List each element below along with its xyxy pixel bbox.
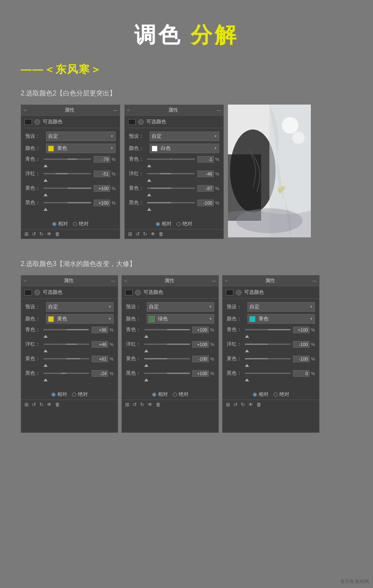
panel2-preset-dropdown[interactable]: 自定 ▼ — [150, 132, 219, 141]
title-part2: 分解 — [191, 23, 239, 47]
svg-point-7 — [282, 117, 298, 134]
panel1-cyan-row: 青色： -79 % — [25, 156, 116, 163]
panel1-icon-circle — [34, 119, 40, 125]
panel1-black-row: 黑色： +100 % — [25, 199, 116, 206]
panel2-color-swatch — [152, 146, 157, 151]
panels-row-2: ‹‹ 属性 — 可选颜色 预设： 自定 ▼ 颜色： — [17, 275, 356, 433]
panel1-body: 预设： 自定 ▼ 颜色： 黄色 ▼ — [21, 128, 120, 217]
panel1-black-track[interactable] — [44, 202, 91, 203]
panel1-radio-relative[interactable] — [52, 222, 56, 226]
panel1-icon-bar: 可选颜色 — [21, 116, 120, 128]
panel1-cyan-value[interactable]: -79 — [94, 156, 110, 163]
ps-panel-2: ‹‹ 属性 — 可选颜色 预设： 自定 ▼ 颜色： — [124, 105, 224, 239]
section1-label: 2.选取颜色2【白色分层更突出】 — [17, 89, 356, 98]
photo-panel — [228, 105, 311, 237]
subtitle-section: ——＜东风寒＞ — [17, 62, 356, 77]
panel2-body: 预设： 自定 ▼ 颜色： 白色 ▼ — [125, 128, 223, 217]
panel1-magenta-row: 洋红： -51 % — [25, 170, 116, 177]
panel2-icon-bar: 可选颜色 — [125, 116, 223, 128]
svg-point-8 — [292, 132, 305, 144]
panel1-title: 属性 — [65, 107, 75, 114]
panel1-bottom-bar: ⊞ ↺ ↻ 👁 🗑 — [21, 229, 120, 239]
panel2-icon-box — [128, 119, 136, 125]
panel1-preset-dropdown[interactable]: 自定 ▼ — [46, 132, 116, 141]
panel2-header: ‹‹ 属性 — — [125, 105, 223, 116]
ps-panel-3: ‹‹ 属性 — 可选颜色 预设： 自定 ▼ 颜色： — [21, 275, 118, 433]
panel1-magenta-track[interactable] — [44, 173, 91, 174]
ps-panel-5: ‹‹ 属性 — 可选颜色 预设： 自定 ▼ 颜色： — [222, 275, 320, 433]
panel1-cyan-track[interactable] — [44, 159, 91, 160]
panel1-icon-box — [24, 119, 32, 125]
panel1-color-row: 颜色： 黄色 ▼ — [25, 144, 116, 153]
section2-label: 2.选取颜色3【湖水的颜色改变，大修】 — [17, 260, 356, 268]
panel2-title: 属性 — [168, 107, 178, 114]
panel1-radio-absolute[interactable] — [73, 222, 77, 226]
subtitle-text: ——＜东风寒＞ — [21, 63, 102, 76]
title-part1: 调色 — [134, 23, 182, 47]
panel2-icon-circle — [138, 119, 144, 125]
ps-panel-1: ‹‹ 属性 — 可选颜色 预设： 自定 ▼ 颜色： — [21, 105, 120, 239]
panels-row-1: ‹‹ 属性 — 可选颜色 预设： 自定 ▼ 颜色： — [17, 105, 356, 239]
page-container: 调色 分解 ——＜东风寒＞ 2.选取颜色2【白色分层更突出】 ‹‹ 属性 — 可… — [0, 0, 373, 470]
panel2-subtitle: 可选颜色 — [146, 118, 166, 125]
panel1-radio-row: 相对 绝对 — [21, 217, 120, 229]
panel1-color-dropdown[interactable]: 黄色 ▼ — [46, 144, 116, 153]
panel1-header: ‹‹ 属性 — — [21, 105, 120, 116]
title-section: 调色 分解 — [17, 12, 356, 50]
panel1-yellow-value[interactable]: +100 — [94, 185, 110, 192]
panel1-subtitle: 可选颜色 — [43, 118, 63, 125]
panel1-yellow-track[interactable] — [44, 188, 91, 189]
ps-panel-4: ‹‹ 属性 — 可选颜色 预设： 自定 ▼ 颜色： — [121, 275, 219, 433]
panel1-magenta-value[interactable]: -51 — [94, 171, 110, 177]
panel1-yellow-row: 黄色： +100 % — [25, 185, 116, 192]
panel1-color-swatch — [48, 146, 54, 151]
panel1-preset-row: 预设： 自定 ▼ — [25, 132, 116, 141]
watermark: 查字典·教程网 — [340, 578, 369, 585]
panel3-header: ‹‹ 属性 — — [21, 276, 118, 286]
panel2-color-dropdown[interactable]: 白色 ▼ — [150, 144, 219, 153]
panel1-black-value[interactable]: +100 — [94, 200, 110, 206]
